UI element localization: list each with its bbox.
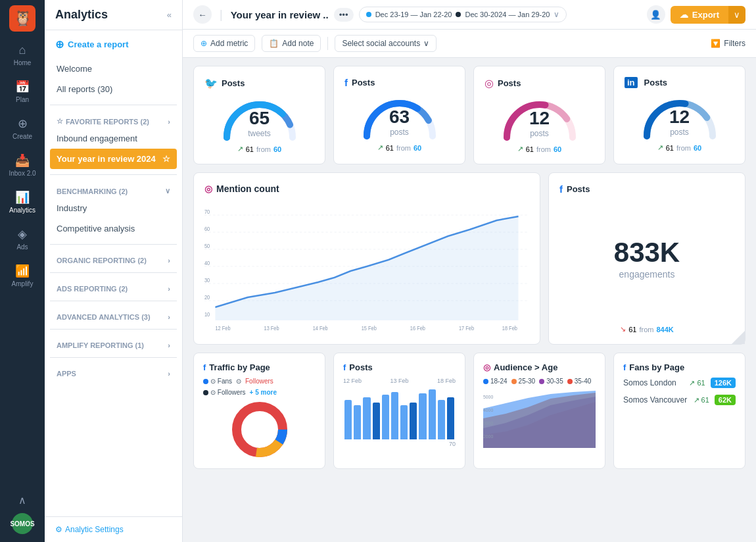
metric-header-linkedin: in Posts	[625, 77, 734, 88]
actionbar: ⊕ Add metric 📋 Add note Select social ac…	[183, 30, 756, 58]
legend-dot-25-30	[511, 379, 517, 384]
social-accounts-selector[interactable]: Select social accounts ∨	[335, 35, 437, 52]
engagement-value: 833K	[614, 239, 680, 266]
sidebar-item-plan-label: Plan	[16, 96, 29, 103]
plus-circle-icon: ⊕	[201, 39, 207, 48]
person-button[interactable]: 👤	[647, 5, 665, 24]
export-dropdown-button[interactable]: ∨	[728, 6, 745, 24]
filters-button[interactable]: 🔽 Filters	[711, 39, 745, 48]
nav-avatar[interactable]: SOMOS	[12, 513, 33, 534]
posts-date-3: 18 Feb	[437, 378, 456, 384]
sidebar-item-home-label: Home	[14, 59, 32, 66]
sidebar-section-ads[interactable]: ADS REPORTING (2) ›	[50, 278, 177, 295]
sidebar-item-inbox[interactable]: 📥 Inbox 2.0	[0, 147, 45, 184]
create-icon: ⊕	[55, 38, 64, 51]
audience-card: ◎ Audience > Age 18-24 25-30 30-35	[473, 353, 605, 469]
fans-count-vancouver: 62K	[715, 395, 736, 405]
sidebar-item-welcome[interactable]: Welcome	[50, 59, 177, 79]
facebook-icon: f	[344, 77, 348, 88]
sidebar-collapse-button[interactable]: «	[167, 10, 172, 20]
add-metric-button[interactable]: ⊕ Add metric	[193, 35, 255, 52]
legend-label-30-35: 30-35	[546, 378, 563, 385]
more-options-button[interactable]: •••	[334, 8, 354, 22]
posts-bar-chart	[343, 387, 456, 439]
legend-dot-35-40	[567, 379, 573, 384]
sidebar-item-year-review[interactable]: Your year in review 2024 ☆	[50, 149, 177, 169]
gauge-value-twitter: 65 tweets	[248, 108, 271, 138]
sidebar-item-home[interactable]: ⌂ Home	[0, 37, 45, 73]
app-logo[interactable]: 🦉	[9, 5, 35, 32]
sidebar-section-apps[interactable]: APPS ›	[50, 363, 177, 380]
fans-item-vancouver: Somos Vancouver ↗ 61 62K	[623, 395, 736, 405]
legend-label-35-40: 35-40	[575, 378, 592, 385]
add-note-button[interactable]: 📋 Add note	[262, 35, 321, 52]
mention-chart-title: ◎ Mention count	[204, 184, 529, 194]
metric-comparison-twitter: ↗ 61 from 60	[237, 145, 282, 153]
sidebar-item-plan[interactable]: 📅 Plan	[0, 73, 45, 110]
svg-text:17 Feb: 17 Feb	[459, 325, 474, 332]
nav-bottom: ∧ SOMOS	[12, 494, 33, 542]
gear-icon: ⚙	[55, 525, 62, 534]
engagement-header: f Posts	[559, 184, 734, 195]
sidebar-item-industry[interactable]: Industry	[50, 198, 177, 218]
gauge-instagram: 12 posts	[500, 95, 579, 141]
back-button[interactable]: ←	[193, 5, 212, 24]
sidebar-section-favorites[interactable]: ☆ FAVORITE REPORTS (2) ›	[50, 111, 177, 128]
sidebar-item-ads[interactable]: ◈ Ads	[0, 220, 45, 257]
sidebar-section-amplify[interactable]: AMPLIFY REPORTING (1) ›	[50, 335, 177, 352]
legend-label-followers: Followers	[245, 378, 273, 385]
sidebar-item-all-reports[interactable]: All reports (30)	[50, 79, 177, 99]
legend-item-18-24: 18-24	[483, 378, 508, 385]
posts-card: f Posts 12 Feb 13 Feb 18 Feb	[333, 353, 465, 469]
ads-icon: ◈	[18, 227, 27, 241]
date-range-selector[interactable]: Dec 23-19 — Jan 22-20 Dec 30-2024 — Jan …	[359, 7, 567, 22]
sidebar-section-benchmarking[interactable]: BENCHMARKING (2) ∨	[50, 180, 177, 198]
legend-label-25-30: 25-30	[519, 378, 536, 385]
sidebar-section-advanced[interactable]: ADVANCED ANALYTICS (3) ›	[50, 307, 177, 324]
instagram-icon: ◎	[484, 77, 494, 89]
middle-row: ◎ Mention count 70 60	[193, 172, 745, 345]
chevron-right-icon: ›	[168, 118, 170, 126]
bar-12	[447, 397, 454, 439]
bar-8	[410, 403, 417, 439]
metric-header-facebook: f Posts	[344, 77, 454, 88]
fans-title: f Fans by Page	[623, 362, 736, 372]
bar-2	[354, 405, 361, 439]
fans-name-vancouver: Somos Vancouver	[623, 395, 688, 405]
sidebar-item-amplify[interactable]: 📶 Amplify	[0, 257, 45, 294]
svg-text:70: 70	[204, 209, 210, 215]
metrics-row: 🐦 Posts 65 tweets ↗ 61	[193, 66, 745, 164]
svg-text:50: 50	[204, 243, 210, 249]
svg-text:2000: 2000	[483, 433, 493, 439]
sidebar-item-competitive[interactable]: Competitive analysis	[50, 218, 177, 239]
svg-marker-30	[483, 391, 596, 448]
analytic-settings-link[interactable]: ⚙ Analytic Settings	[55, 525, 172, 534]
metric-card-facebook: f Posts 63 posts ↗ 61	[333, 66, 465, 164]
sidebar-item-amplify-label: Amplify	[12, 280, 34, 287]
sidebar-item-create[interactable]: ⊕ Create	[0, 110, 45, 147]
engagement-card: f Posts 833K engagements ↘ 61 from 844K	[548, 172, 745, 345]
metric-comparison-linkedin: ↗ 61 from 60	[657, 143, 702, 152]
svg-text:16 Feb: 16 Feb	[410, 325, 425, 332]
chevron-right-amplify-icon: ›	[168, 341, 170, 349]
create-report-button[interactable]: ⊕ Create a report	[45, 30, 182, 59]
metric-card-twitter: 🐦 Posts 65 tweets ↗ 61	[193, 66, 325, 164]
nav-collapse-button[interactable]: ∧	[18, 494, 26, 506]
metric-label-linkedin: Posts	[644, 78, 667, 87]
home-icon: ⌂	[19, 43, 26, 57]
metric-card-instagram: ◎ Posts 12 posts ↗ 61	[473, 66, 605, 164]
sidebar-item-inbound[interactable]: Inbound engagement	[50, 128, 177, 149]
fans-comparison-vancouver: ↗ 61	[694, 396, 709, 405]
chevron-right-organic-icon: ›	[168, 257, 170, 264]
filters-label: Filters	[724, 39, 745, 48]
linkedin-icon: in	[625, 77, 638, 88]
sidebar-section-organic[interactable]: ORGANIC REPORTING (2) ›	[50, 250, 177, 267]
sidebar-item-create-label: Create	[12, 133, 32, 140]
left-nav: 🦉 ⌂ Home 📅 Plan ⊕ Create 📥 Inbox 2.0 📊 A…	[0, 0, 45, 542]
bar-1	[344, 400, 352, 439]
export-button[interactable]: ☁ Export	[671, 6, 728, 24]
bar-4	[373, 403, 380, 439]
star-active-icon: ☆	[162, 154, 170, 164]
sidebar-item-analytics[interactable]: 📊 Analytics	[0, 184, 45, 220]
posts-title: f Posts	[343, 362, 456, 372]
